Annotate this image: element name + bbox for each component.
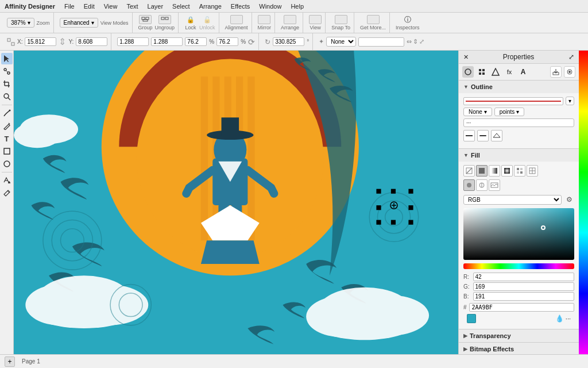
mirror-icon[interactable] [258,15,270,24]
outline-type-row: None ▾ points ▾ [463,108,574,116]
transform-select[interactable]: None [326,37,356,47]
g-input[interactable] [473,282,574,291]
color-settings-btn[interactable]: ⚙ [564,194,574,205]
layer-menu[interactable]: Layer [148,3,164,10]
edit-menu[interactable]: Edit [84,3,95,10]
fill-bitmap-icon[interactable] [514,165,525,177]
export-action[interactable] [550,66,562,78]
view-menu[interactable]: View [104,3,118,10]
fill-noise-icon[interactable] [476,179,488,191]
close-panel-btn[interactable]: ✕ [463,53,469,61]
fill-solid-icon[interactable] [476,165,488,177]
tab-character[interactable] [476,66,488,78]
swatch-teal[interactable] [467,314,476,323]
ellipse-tool[interactable] [1,158,13,170]
y-input[interactable] [76,37,107,46]
eyedropper-tool[interactable] [1,187,13,199]
fill-radial-icon[interactable] [501,165,513,177]
eyedropper-icon[interactable]: 💧 [555,315,564,323]
rotation-input[interactable] [273,37,304,46]
b-input[interactable] [473,292,574,301]
expand-icon[interactable]: ⤢ [419,38,424,45]
text-menu[interactable]: Text [126,3,138,10]
effects-menu[interactable]: Effects [231,3,250,10]
arrange-menu[interactable]: Arrange [199,3,222,10]
bitmap-header[interactable]: ▶ Bitmap Effects [459,343,579,354]
fill-linear-icon[interactable] [489,165,500,177]
view-mode-btn[interactable]: Enhanced ▾ [60,18,98,28]
arrange-icon[interactable] [284,15,296,24]
snap-to-icon[interactable] [335,15,347,24]
color-strip[interactable] [579,51,588,354]
tab-fx[interactable]: fx [504,66,515,78]
tab-typography[interactable]: A [517,66,529,78]
window-menu[interactable]: Window [259,3,281,10]
fill-header[interactable]: ▼ Fill [459,149,579,162]
view-icon[interactable] [309,15,322,24]
fill-none-icon[interactable] [463,165,475,177]
page-label: Page 1 [22,358,40,365]
select-menu[interactable]: Select [172,3,190,10]
height-pct-input[interactable] [216,37,238,46]
fill-subtype-row [463,179,574,191]
flip-h-icon[interactable]: ⇔ [407,38,412,45]
text-tool[interactable]: T [1,133,13,144]
pencil-tool[interactable] [1,120,13,132]
outline-color-preview[interactable] [463,97,563,105]
node-tool[interactable] [1,66,13,77]
outline-none-btn[interactable]: None ▾ [463,108,492,116]
swatch-more-btn[interactable]: ··· [566,315,571,322]
zoom-selector[interactable]: 387% ▾ [7,18,34,28]
link-proportions-icon[interactable]: ⟳ [248,37,255,47]
svg-point-75 [568,71,571,73]
svg-rect-83 [504,168,510,174]
shape-tool[interactable] [1,145,13,157]
width-input[interactable] [117,37,149,46]
fill-img-icon[interactable] [489,179,500,191]
tab-transform[interactable] [490,66,501,78]
fill-tool[interactable] [1,175,13,186]
hue-slider[interactable] [463,263,574,269]
alignment-icon[interactable] [230,15,243,24]
outline-more-btn[interactable]: ··· [463,118,574,127]
outline-color-dropdown[interactable]: ▾ [566,97,574,105]
zoom-tool[interactable] [1,91,13,102]
crop-tool[interactable] [1,78,13,90]
inspectors-group: ⓘ Inspectors [392,13,423,33]
view-group: View [305,13,326,33]
outline-style-1[interactable] [463,130,475,141]
outline-style-2[interactable] [477,130,489,141]
transparency-header[interactable]: ▶ Transparency [459,329,579,342]
file-menu[interactable]: File [64,3,75,10]
color-picker-area[interactable] [463,208,574,260]
fill-multi-icon[interactable] [527,165,538,177]
help-menu[interactable]: Help [291,3,304,10]
x-input[interactable] [25,37,56,46]
hex-input[interactable] [469,303,574,312]
add-page-btn[interactable]: + [5,356,15,367]
pen-tool[interactable] [1,108,13,119]
svg-rect-61 [376,205,381,210]
styles-action[interactable] [564,66,575,78]
r-input[interactable] [473,273,574,281]
outline-header[interactable]: ▼ Outline [459,80,579,93]
flip-v-icon[interactable]: ⇕ [413,38,418,45]
svg-rect-82 [492,168,497,174]
canvas-area[interactable] [14,51,458,354]
group-icon [139,15,152,24]
app-menu-item[interactable]: Affinity Designer [5,3,55,10]
color-mode-select[interactable]: RGB CMYK HSL [463,195,562,205]
tab-appearance[interactable] [462,66,474,78]
width-pct-input[interactable] [185,37,207,46]
outline-style-3[interactable] [491,130,502,141]
panel-expand-icon[interactable]: ⤢ [568,53,574,61]
outline-options-row: ··· [463,118,574,127]
height-input[interactable] [151,37,183,46]
transform-icons: ⇔ ⇕ ⤢ [407,38,424,45]
outline-unit-btn[interactable]: points ▾ [494,108,524,116]
fill-flat-icon[interactable] [463,179,475,191]
get-more-icon[interactable] [367,15,380,24]
svg-marker-78 [493,133,500,137]
select-tool[interactable] [1,53,13,64]
inspectors-icon[interactable]: ⓘ [401,15,414,24]
